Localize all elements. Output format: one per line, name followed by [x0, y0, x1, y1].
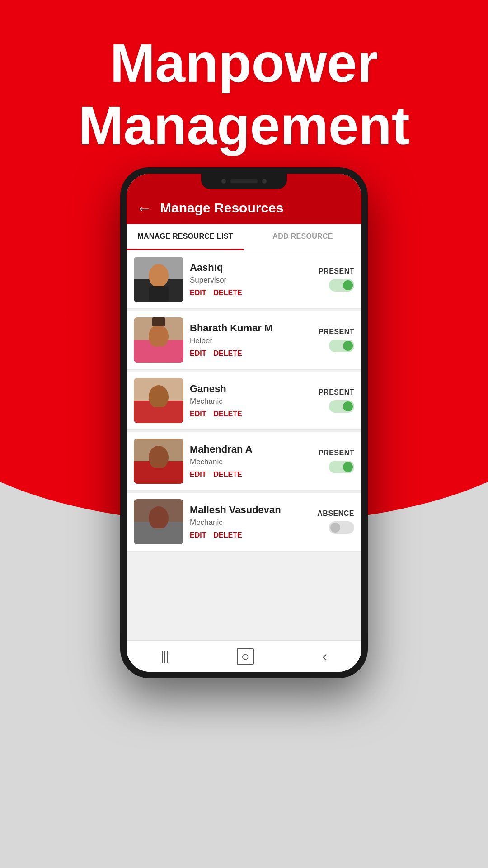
page-title: Manpower Management: [0, 32, 488, 156]
resource-status-area: PRESENT: [305, 328, 354, 352]
svg-rect-12: [149, 407, 169, 423]
resource-role: Mechanic: [190, 458, 298, 467]
delete-button[interactable]: DELETE: [213, 531, 242, 539]
svg-point-15: [149, 446, 169, 469]
svg-rect-7: [149, 347, 169, 363]
avatar: [134, 499, 183, 544]
resource-role: Supervisor: [190, 276, 298, 285]
status-label: PRESENT: [319, 267, 354, 275]
resource-role: Mechanic: [190, 397, 298, 406]
back-button[interactable]: ←: [136, 199, 152, 217]
resource-name: Ganesh: [190, 383, 298, 395]
resource-status-area: PRESENT: [305, 267, 354, 292]
resource-role: Mechanic: [190, 518, 298, 527]
resource-name: Bharath Kumar M: [190, 322, 298, 334]
toggle-switch[interactable]: [329, 279, 354, 292]
toggle-switch[interactable]: [329, 461, 354, 473]
resource-name: Aashiq: [190, 262, 298, 274]
tab-bar: MANAGE RESOURCE LIST ADD RESOURCE: [127, 224, 361, 250]
delete-button[interactable]: DELETE: [213, 349, 242, 358]
resource-actions: EDIT DELETE: [190, 410, 298, 418]
resource-item: Aashiq Supervisor EDIT DELETE PRESENT: [127, 250, 361, 309]
resource-actions: EDIT DELETE: [190, 349, 298, 358]
tab-manage-resource-list[interactable]: MANAGE RESOURCE LIST: [127, 224, 244, 250]
svg-point-2: [149, 264, 169, 288]
toggle-switch[interactable]: [329, 340, 354, 352]
resource-info: Aashiq Supervisor EDIT DELETE: [190, 262, 298, 297]
resource-status-area: PRESENT: [305, 388, 354, 413]
resource-status-area: ABSENCE: [305, 509, 354, 534]
status-label: PRESENT: [319, 388, 354, 396]
avatar: [134, 439, 183, 484]
toggle-switch[interactable]: [329, 521, 354, 534]
resource-info: Mahendran A Mechanic EDIT DELETE: [190, 443, 298, 479]
resource-info: Ganesh Mechanic EDIT DELETE: [190, 383, 298, 418]
avatar: [134, 317, 183, 363]
resource-info: Bharath Kumar M Helper EDIT DELETE: [190, 322, 298, 358]
phone-screen: ← Manage Resources MANAGE RESOURCE LIST …: [127, 174, 361, 672]
delete-button[interactable]: DELETE: [213, 289, 242, 297]
tab-add-resource[interactable]: ADD RESOURCE: [244, 224, 361, 250]
edit-button[interactable]: EDIT: [190, 289, 206, 297]
edit-button[interactable]: EDIT: [190, 410, 206, 418]
resource-status-area: PRESENT: [305, 449, 354, 473]
resource-actions: EDIT DELETE: [190, 531, 298, 539]
resource-actions: EDIT DELETE: [190, 289, 298, 297]
page-title-container: Manpower Management: [0, 32, 488, 156]
svg-rect-16: [149, 468, 169, 484]
status-label: PRESENT: [319, 328, 354, 336]
edit-button[interactable]: EDIT: [190, 471, 206, 479]
resource-list: Aashiq Supervisor EDIT DELETE PRESENT: [127, 250, 361, 640]
avatar: [134, 378, 183, 423]
status-label: ABSENCE: [317, 509, 354, 518]
svg-point-19: [149, 506, 169, 530]
edit-button[interactable]: EDIT: [190, 349, 206, 358]
resource-info: Mallesh Vasudevan Mechanic EDIT DELETE: [190, 504, 298, 539]
nav-home-icon[interactable]: ○: [237, 648, 254, 665]
avatar: [134, 257, 183, 302]
resource-item: Ganesh Mechanic EDIT DELETE PRESENT: [127, 372, 361, 430]
delete-button[interactable]: DELETE: [213, 471, 242, 479]
nav-menu-icon[interactable]: |||: [161, 649, 168, 664]
header-title: Manage Resources: [160, 200, 283, 216]
resource-item: Bharath Kumar M Helper EDIT DELETE PRESE…: [127, 311, 361, 370]
nav-back-icon[interactable]: ‹: [322, 648, 327, 665]
resource-name: Mallesh Vasudevan: [190, 504, 298, 516]
phone-notch: [201, 174, 287, 189]
svg-rect-3: [149, 286, 169, 302]
resource-item: Mahendran A Mechanic EDIT DELETE PRESENT: [127, 432, 361, 491]
toggle-switch[interactable]: [329, 400, 354, 413]
delete-button[interactable]: DELETE: [213, 410, 242, 418]
status-label: PRESENT: [319, 449, 354, 457]
svg-point-11: [149, 385, 169, 409]
bottom-nav: ||| ○ ‹: [127, 640, 361, 672]
app-header: ← Manage Resources: [127, 192, 361, 224]
resource-role: Helper: [190, 336, 298, 345]
resource-item: Mallesh Vasudevan Mechanic EDIT DELETE A…: [127, 493, 361, 552]
resource-name: Mahendran A: [190, 443, 298, 455]
svg-rect-8: [152, 317, 165, 326]
svg-point-6: [149, 325, 169, 348]
edit-button[interactable]: EDIT: [190, 531, 206, 539]
svg-rect-20: [149, 528, 169, 544]
phone-mockup: ← Manage Resources MANAGE RESOURCE LIST …: [120, 167, 368, 678]
resource-actions: EDIT DELETE: [190, 471, 298, 479]
